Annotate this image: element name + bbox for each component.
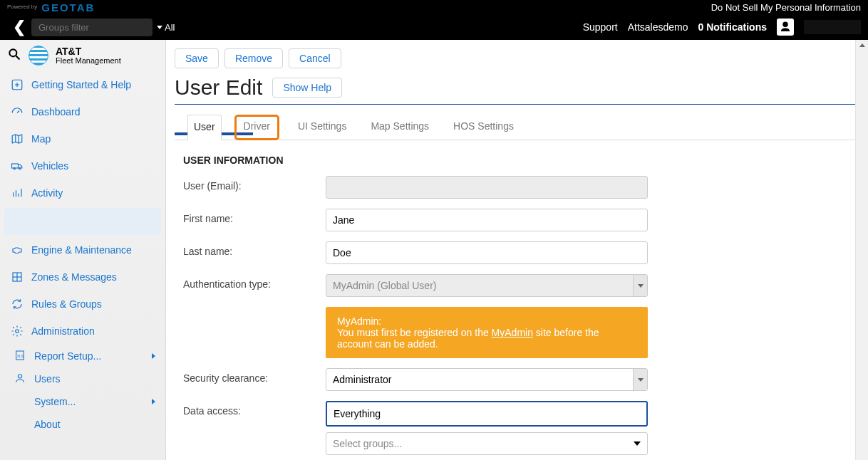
chart-icon: [10, 187, 24, 199]
sidebar-sub-label: System...: [34, 396, 76, 407]
user-email-input: [326, 176, 648, 199]
sidebar-item-administration[interactable]: Administration: [0, 318, 165, 345]
auth-type-select[interactable]: [326, 274, 648, 297]
select-caret-icon[interactable]: [633, 369, 647, 390]
sidebar-item-activity[interactable]: Activity: [0, 179, 165, 207]
user-icon: [14, 372, 26, 386]
svg-rect-8: [12, 164, 19, 168]
sidebar-item-vehicles[interactable]: Vehicles: [0, 152, 165, 179]
last-name-input[interactable]: [326, 241, 648, 264]
show-help-button[interactable]: Show Help: [272, 78, 342, 98]
svg-point-9: [14, 168, 15, 169]
action-button-row: Save Remove Cancel: [166, 40, 868, 75]
alert-title: MyAdmin:: [337, 315, 636, 327]
sidebar-item-rules[interactable]: Rules & Groups: [0, 291, 165, 318]
gauge-icon: [10, 105, 24, 118]
support-link[interactable]: Support: [583, 21, 618, 33]
account-link[interactable]: Attsalesdemo: [628, 21, 688, 33]
svg-point-10: [19, 168, 21, 169]
select-groups-placeholder: Select groups...: [333, 438, 402, 449]
section-user-information: USER INFORMATION: [183, 155, 851, 166]
groups-all-dropdown[interactable]: All: [157, 22, 175, 33]
svg-point-0: [9, 49, 16, 56]
form-area: USER INFORMATION User (Email): First nam…: [166, 140, 868, 460]
svg-line-1: [16, 56, 20, 59]
sidebar-item-engine[interactable]: Engine & Maintenance: [0, 236, 165, 263]
svg-text:XLS: XLS: [17, 354, 24, 357]
xls-icon: XLS: [14, 350, 26, 363]
tab-user[interactable]: User: [187, 115, 222, 140]
account-name-redacted: [804, 20, 861, 34]
title-divider: [175, 104, 859, 105]
sidebar-item-label: Administration: [31, 325, 95, 337]
do-not-sell-link[interactable]: Do Not Sell My Personal Information: [711, 2, 861, 13]
data-access-value: Everything: [334, 408, 381, 419]
label-last-name: Last name:: [183, 241, 326, 257]
geotab-logo-text: GEOTAB: [41, 1, 95, 14]
refresh-icon: [10, 298, 24, 310]
sidebar-sub-label: About: [34, 419, 61, 430]
sidebar-sub-about[interactable]: About: [0, 413, 165, 436]
sidebar-item-dashboard[interactable]: Dashboard: [0, 98, 165, 125]
label-security-clearance: Security clearance:: [183, 368, 326, 384]
powered-by-label: Powered by: [7, 4, 37, 10]
tabs-row: User Driver UI Settings Map Settings HOS…: [175, 110, 859, 140]
sidebar-item-label: Map: [31, 133, 51, 145]
sidebar-item-label: Zones & Messages: [31, 271, 117, 283]
sidebar-item-label: Getting Started & Help: [31, 79, 131, 90]
sidebar-sub-report-setup[interactable]: XLSReport Setup...: [0, 345, 165, 367]
tab-map-settings[interactable]: Map Settings: [365, 115, 435, 140]
tab-ui-settings[interactable]: UI Settings: [292, 115, 352, 140]
notifications-link[interactable]: 0 Notifications: [698, 21, 767, 33]
security-clearance-select[interactable]: [326, 368, 648, 391]
select-groups-dropdown[interactable]: Select groups...: [326, 432, 648, 455]
sidebar-sub-label: Users: [34, 373, 61, 385]
scrollbar[interactable]: [855, 40, 868, 460]
brand-text: AT&T Fleet Management: [56, 46, 121, 65]
myadmin-link[interactable]: MyAdmin: [492, 327, 533, 338]
page-title: User Edit: [175, 75, 262, 100]
top-bar: Powered by GEOTAB Do Not Sell My Persona…: [0, 0, 868, 40]
gear-icon: [10, 325, 24, 338]
cancel-button[interactable]: Cancel: [289, 48, 341, 68]
tab-driver[interactable]: Driver: [234, 115, 279, 140]
caret-down-icon: [157, 26, 162, 29]
label-auth-type: Authentication type:: [183, 274, 326, 290]
groups-all-label: All: [165, 22, 175, 33]
sidebar-item-highlighted[interactable]: [4, 208, 161, 235]
plus-box-icon: [10, 78, 24, 91]
label-data-access: Data access:: [183, 401, 326, 417]
save-button[interactable]: Save: [175, 48, 219, 68]
sidebar-item-label: Vehicles: [31, 160, 68, 172]
tab-hos-settings[interactable]: HOS Settings: [448, 115, 520, 140]
search-icon[interactable]: [7, 47, 21, 65]
sidebar-item-label: Engine & Maintenance: [31, 244, 132, 256]
back-chevron-icon[interactable]: ❮: [7, 18, 31, 36]
sidebar-sub-users[interactable]: Users: [0, 367, 165, 390]
scroll-up-icon[interactable]: [857, 41, 867, 51]
myadmin-alert: MyAdmin: You must first be registered on…: [326, 307, 648, 358]
sidebar-item-label: Activity: [31, 187, 63, 199]
engine-icon: [10, 244, 24, 256]
svg-point-21: [18, 374, 21, 377]
alert-text-a: You must first be registered on the: [337, 327, 492, 338]
select-caret-icon[interactable]: [633, 275, 647, 296]
caret-right-icon: [152, 399, 155, 404]
svg-point-18: [16, 330, 19, 333]
sidebar-item-getting-started[interactable]: Getting Started & Help: [0, 71, 165, 98]
sidebar-item-label: Dashboard: [31, 106, 81, 117]
groups-filter-input[interactable]: [31, 19, 153, 36]
remove-button[interactable]: Remove: [224, 48, 283, 68]
map-icon: [10, 132, 24, 145]
sidebar: AT&T Fleet Management Getting Started & …: [0, 40, 166, 460]
first-name-input[interactable]: [326, 209, 648, 231]
data-access-tagbox[interactable]: Everything: [326, 401, 648, 427]
caret-right-icon: [152, 353, 155, 359]
sidebar-item-map[interactable]: Map: [0, 125, 165, 152]
label-user-email: User (Email):: [183, 176, 326, 192]
svg-line-5: [17, 111, 19, 113]
sidebar-item-zones[interactable]: Zones & Messages: [0, 263, 165, 291]
sidebar-sub-system[interactable]: System...: [0, 390, 165, 413]
avatar-icon[interactable]: [777, 19, 794, 36]
sidebar-item-label: Rules & Groups: [31, 298, 102, 310]
